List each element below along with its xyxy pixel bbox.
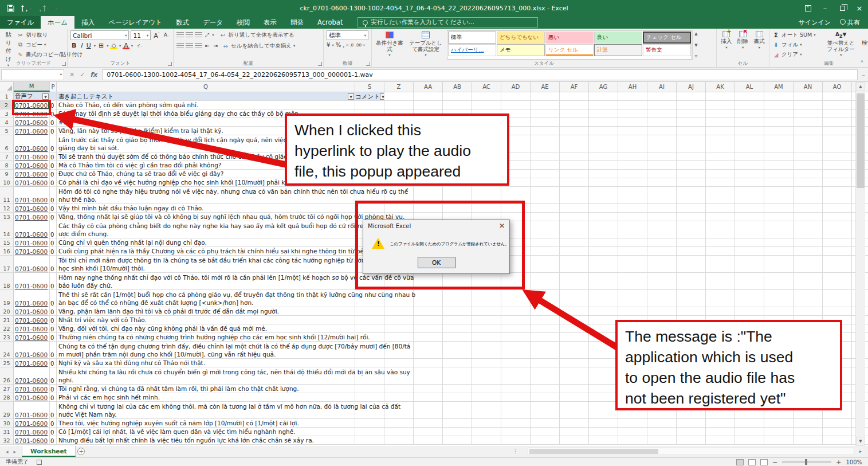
cell[interactable] [560, 436, 589, 444]
close-button[interactable]: × [851, 0, 868, 16]
column-header-S[interactable]: S [355, 82, 384, 92]
decrease-font-button[interactable]: Aˇ [163, 32, 170, 39]
vertical-scrollbar[interactable]: ▲ ▼ [855, 82, 865, 446]
cell[interactable] [647, 238, 677, 246]
column-header-AK[interactable]: AK [706, 82, 735, 92]
collapse-ribbon-button[interactable]: ＾ [859, 58, 865, 66]
cell[interactable] [823, 170, 852, 178]
cell[interactable] [764, 118, 794, 126]
scroll-right-icon[interactable]: ▸ [857, 448, 865, 455]
cell[interactable]: 0 [50, 247, 57, 255]
page-break-view-icon[interactable] [760, 459, 768, 465]
cell[interactable] [472, 290, 501, 307]
cell[interactable] [794, 92, 823, 100]
cell[interactable] [531, 152, 560, 160]
cell[interactable] [647, 101, 677, 109]
increase-indent-button[interactable]: ⇥ [213, 43, 219, 49]
paste-button[interactable]: 貼り付け ▾ [3, 30, 14, 60]
tab-file[interactable]: ファイル [0, 16, 41, 29]
cell[interactable] [823, 161, 852, 169]
tab-ページレイアウト[interactable]: ページレイアウト [101, 16, 169, 29]
cell[interactable] [443, 290, 472, 307]
cell[interactable] [501, 428, 531, 436]
column-header-AG[interactable]: AG [589, 82, 618, 92]
cell[interactable]: 0 [50, 204, 57, 212]
cell[interactable] [501, 290, 531, 307]
cell[interactable] [677, 256, 706, 272]
cell[interactable] [823, 256, 852, 272]
cell[interactable] [647, 161, 677, 169]
cell[interactable] [414, 385, 443, 393]
column-header-AC[interactable]: AC [472, 82, 501, 92]
cell-style-option[interactable]: チェック セル [643, 32, 691, 44]
row-number[interactable]: 14 [0, 221, 14, 238]
tab-挿入[interactable]: 挿入 [74, 16, 101, 29]
cell[interactable] [443, 316, 472, 324]
cell[interactable] [794, 428, 823, 436]
increase-decimal-button[interactable]: ←.0 [346, 43, 354, 48]
cell[interactable] [472, 324, 501, 332]
cell[interactable] [823, 307, 852, 315]
cell[interactable] [706, 436, 735, 444]
cell[interactable] [677, 273, 706, 289]
cell[interactable] [589, 419, 618, 427]
cell[interactable] [677, 290, 706, 307]
cell[interactable] [414, 324, 443, 332]
cell[interactable] [560, 238, 589, 246]
cell[interactable] [472, 385, 501, 393]
cell[interactable] [677, 247, 706, 255]
cell[interactable] [443, 101, 472, 109]
format-as-table-button[interactable]: テーブルとして書式設定▾ [407, 30, 444, 60]
cell[interactable] [560, 385, 589, 393]
confirm-entry-icon[interactable]: ✓ [80, 71, 85, 79]
cell[interactable] [589, 152, 618, 160]
cell[interactable] [355, 324, 384, 332]
cell[interactable] [443, 393, 472, 401]
share-button[interactable]: 共有 [840, 18, 860, 27]
cell[interactable] [501, 436, 531, 444]
transcription-cell[interactable]: Vâng, thống nhất lại sẽ giúp tôi và cô k… [57, 213, 355, 221]
cell[interactable] [794, 256, 823, 272]
cell[interactable] [560, 428, 589, 436]
cell[interactable] [472, 428, 501, 436]
cell[interactable] [589, 428, 618, 436]
normal-view-icon[interactable] [736, 459, 744, 465]
cell[interactable] [677, 204, 706, 212]
cell[interactable] [735, 436, 764, 444]
cell[interactable]: 0701-0600 [14, 307, 50, 315]
cell[interactable] [472, 359, 501, 367]
cell[interactable] [531, 402, 560, 418]
cell[interactable]: 0 [50, 178, 57, 186]
row-number[interactable]: 31 [0, 428, 14, 436]
cell[interactable]: 0 [50, 402, 57, 418]
cell-style-option[interactable]: リンク セル [545, 44, 594, 56]
cell[interactable] [414, 393, 443, 401]
cell[interactable] [647, 290, 677, 307]
cell[interactable] [735, 101, 764, 109]
cell[interactable] [531, 307, 560, 315]
cell[interactable] [794, 170, 823, 178]
audio-file-hyperlink[interactable]: 0701-0600 [15, 412, 48, 418]
row-number[interactable]: 16 [0, 247, 14, 255]
cell[interactable] [414, 367, 443, 384]
cell[interactable] [823, 204, 852, 212]
row-number[interactable]: 8 [0, 161, 14, 169]
cell[interactable] [677, 221, 706, 238]
cell[interactable] [764, 152, 794, 160]
tab-表示[interactable]: 表示 [257, 16, 284, 29]
audio-file-hyperlink[interactable]: 0701-0600 [15, 420, 48, 427]
audio-file-hyperlink[interactable]: 0701-0600 [15, 437, 48, 444]
fill-button[interactable]: ⬇フィル▾ [772, 40, 822, 49]
cell[interactable] [355, 428, 384, 436]
decrease-decimal-button[interactable]: .00→ [355, 43, 365, 48]
cell[interactable] [472, 333, 501, 341]
cell[interactable] [589, 204, 618, 212]
column-header-AM[interactable]: AM [764, 82, 794, 92]
cell[interactable] [706, 428, 735, 436]
column-header-AJ[interactable]: AJ [677, 82, 706, 92]
cell[interactable] [735, 273, 764, 289]
cell[interactable]: 0701-0600 [14, 238, 50, 246]
cell[interactable]: 0701-0600 [14, 290, 50, 307]
clear-button[interactable]: ◢クリア▾ [772, 50, 822, 59]
cell[interactable]: 0701-0600 [14, 161, 50, 169]
